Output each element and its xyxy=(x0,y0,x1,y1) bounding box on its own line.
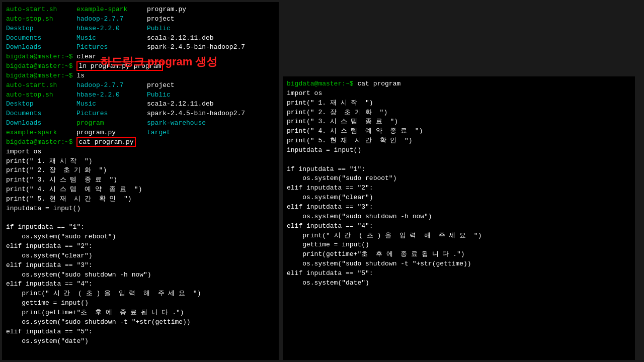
terminal-line: auto-start.shexample-sparkprogram.py xyxy=(6,5,275,15)
terminal-line: inputdata = input() xyxy=(6,204,275,214)
terminal-line: if inputdata == "1": xyxy=(287,165,631,174)
terminal-line: example-sparkprogram.pytarget xyxy=(6,128,275,138)
terminal-line: print(" 2. 장 초 기 화 ") xyxy=(6,166,275,175)
terminal-line: os.system("date") xyxy=(287,279,631,288)
terminal-line: print(" 5. 현 재 시 간 확 인 ") xyxy=(6,195,275,204)
terminal-line: auto-stop.shhbase-2.2.0Public xyxy=(6,90,275,100)
terminal-line: DocumentsPicturesspark-2.4.5-bin-hadoop2… xyxy=(6,109,275,119)
terminal-line: auto-start.shhadoop-2.7.7project xyxy=(6,81,275,90)
terminal-line: print(" 3. 시 스 템 종 료 ") xyxy=(287,117,631,127)
terminal-line: if inputdata == "1": xyxy=(6,223,275,232)
terminal-line: print(" 2. 장 초 기 화 ") xyxy=(287,108,631,118)
terminal-line: DownloadsPicturesspark-2.4.5-bin-hadoop2… xyxy=(6,43,275,52)
terminal-line: DocumentsMusicscala-2.12.11.deb xyxy=(6,34,275,43)
terminal-line: os.system("sudo shutdown -h now") xyxy=(6,270,275,280)
terminal-line: print(" 3. 시 스 템 종 료 ") xyxy=(6,175,275,185)
terminal-line: bigdata@master:~$ ls xyxy=(6,71,275,81)
terminal-line: print(gettime+"초 후 에 종 료 됩 니 다 .") xyxy=(287,250,631,259)
terminal-line: DesktopMusicscala-2.12.11.deb xyxy=(6,100,275,109)
korean-title: 하드링크 program 생성 xyxy=(100,54,217,69)
terminal-line: os.system("sudo shutdown -t "+str(gettim… xyxy=(6,318,275,327)
terminal-line: print(" 1. 재 시 작 ") xyxy=(287,99,631,108)
right-terminal: bigdata@master:~$ cat programimport ospr… xyxy=(283,76,635,360)
terminal-line: bigdata@master:~$ cat program xyxy=(287,79,631,89)
terminal-line: inputdata = input() xyxy=(287,146,631,155)
terminal-line: elif inputdata == "3": xyxy=(287,203,631,212)
terminal-line: print(" 4. 시 스 템 예 약 종 료 ") xyxy=(6,185,275,195)
terminal-line: elif inputdata == "3": xyxy=(6,261,275,270)
terminal-line: elif inputdata == "2": xyxy=(287,184,631,193)
terminal-line: Downloadsprogramspark-warehouse xyxy=(6,119,275,128)
terminal-line: os.system("clear") xyxy=(287,193,631,203)
terminal-line: print(gettime+"초 후 에 종 료 됩 니 다 .") xyxy=(6,308,275,318)
terminal-line xyxy=(287,155,631,165)
terminal-line: os.system("sudo shutdown -h now") xyxy=(287,212,631,222)
terminal-line: os.system("sudo shutdown -t "+str(gettim… xyxy=(287,259,631,269)
terminal-line: elif inputdata == "2": xyxy=(6,242,275,251)
terminal-line: print(" 5. 현 재 시 간 확 인 ") xyxy=(287,136,631,146)
terminal-line: os.system("sudo reboot") xyxy=(287,174,631,184)
terminal-line: elif inputdata == "5": xyxy=(6,327,275,337)
terminal-line: elif inputdata == "4": xyxy=(6,280,275,289)
terminal-line: print(" 시 간 ( 초 ) 을 입 력 해 주 세 요 ") xyxy=(6,289,275,299)
left-terminal: 하드링크 program 생성 auto-start.shexample-spa… xyxy=(2,2,279,360)
terminal-line: gettime = input() xyxy=(6,299,275,308)
terminal-line: Desktophbase-2.2.0Public xyxy=(6,24,275,34)
terminal-line: elif inputdata == "5": xyxy=(287,269,631,279)
terminal-line: elif inputdata == "4": xyxy=(287,222,631,231)
terminal-line: bigdata@master:~$ cat program.py xyxy=(6,138,275,147)
terminal-line: print(" 시 간 ( 초 ) 을 입 력 해 주 세 요 ") xyxy=(287,231,631,241)
right-terminal-content: bigdata@master:~$ cat programimport ospr… xyxy=(287,79,631,288)
terminal-line: import os xyxy=(287,89,631,99)
terminal-line: gettime = input() xyxy=(287,240,631,250)
terminal-line: auto-stop.shhadoop-2.7.7project xyxy=(6,15,275,24)
terminal-line: os.system("date") xyxy=(6,337,275,346)
terminal-line: os.system("clear") xyxy=(6,251,275,261)
terminal-line: print(" 4. 시 스 템 예 약 종 료 ") xyxy=(287,127,631,136)
terminal-line: os.system("sudo reboot") xyxy=(6,232,275,242)
terminal-line: print(" 1. 재 시 작 ") xyxy=(6,157,275,166)
terminal-line xyxy=(6,214,275,223)
terminal-line: import os xyxy=(6,147,275,157)
